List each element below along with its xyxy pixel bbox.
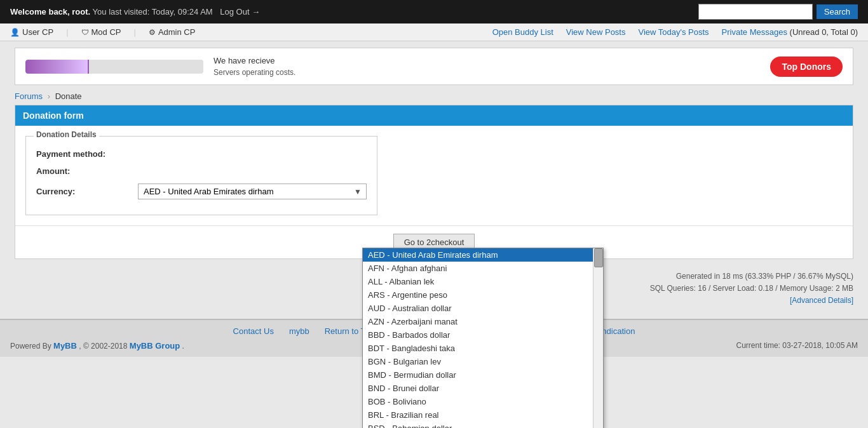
- username: Welcome back, root.: [10, 7, 90, 17]
- dropdown-item[interactable]: BMD - Bermudian dollar: [363, 368, 603, 374]
- dropdown-item[interactable]: AUD - Australian dollar: [363, 302, 603, 315]
- payment-method-row: Payment method:: [36, 149, 367, 159]
- dropdown-item[interactable]: BGN - Bulgarian lev: [363, 355, 603, 368]
- mod-icon: [81, 27, 89, 37]
- progress-fill: [25, 60, 88, 74]
- breadcrumb: Forums › Donate: [15, 91, 853, 101]
- nav-sep-1: |: [66, 27, 68, 37]
- search-area: Search: [698, 4, 858, 20]
- search-input[interactable]: [698, 4, 813, 20]
- dropdown-scroll-area[interactable]: AED - United Arab Emirates dirhamAFN - A…: [363, 248, 603, 374]
- nav-bar: User CP | Mod CP | Admin CP Open Buddy L…: [0, 23, 868, 41]
- nav-right: Open Buddy List View New Posts View Toda…: [492, 27, 858, 37]
- donation-received-text: We have recieve: [214, 56, 295, 65]
- currency-select-wrapper: AED - United Arab Emirates dirhamAFN - A…: [138, 184, 367, 199]
- donation-form-header: Donation form: [15, 105, 853, 126]
- dropdown-item[interactable]: AZN - Azerbaijani manat: [363, 315, 603, 328]
- progress-bar-container: [25, 60, 203, 74]
- dropdown-item[interactable]: ARS - Argentine peso: [363, 288, 603, 302]
- search-button[interactable]: Search: [817, 4, 858, 19]
- donation-details-title: Donation Details: [34, 130, 99, 139]
- mod-cp-link[interactable]: Mod CP: [81, 27, 121, 37]
- donation-details-box: Donation Details Payment method: Amount:…: [25, 136, 377, 215]
- progress-track: [25, 60, 203, 74]
- donation-form-body: Donation Details Payment method: Amount:…: [15, 126, 853, 225]
- powered-by-text: Powered By MyBB , © 2002-2018 MyBB Group…: [10, 341, 184, 351]
- top-donors-button[interactable]: Top Donors: [770, 57, 843, 77]
- scrollbar-thumb[interactable]: [594, 248, 603, 267]
- admin-icon: [149, 27, 156, 37]
- donation-form-section: Donation form Donation Details Payment m…: [15, 105, 853, 259]
- top-bar: Welcome back, root. You last visited: To…: [0, 0, 868, 23]
- forums-breadcrumb-link[interactable]: Forums: [15, 91, 43, 101]
- mybb-brand-link[interactable]: MyBB: [53, 341, 77, 351]
- donate-breadcrumb: Donate: [55, 91, 82, 101]
- mybb-group-link[interactable]: MyBB Group: [130, 341, 180, 351]
- currency-row: Currency: AED - United Arab Emirates dir…: [36, 184, 367, 199]
- dropdown-item[interactable]: BBD - Barbados dollar: [363, 328, 603, 342]
- user-icon: [10, 27, 20, 37]
- logout-link[interactable]: Log Out →: [220, 7, 260, 17]
- dropdown-item[interactable]: ALL - Albanian lek: [363, 275, 603, 288]
- private-messages-link[interactable]: Private Messages: [722, 27, 787, 37]
- dropdown-item[interactable]: BDT - Bangladeshi taka: [363, 342, 603, 355]
- view-new-posts-link[interactable]: View New Posts: [566, 27, 626, 37]
- main-wrapper: We have recieve Servers operating costs.…: [8, 48, 860, 312]
- dropdown-item[interactable]: AFN - Afghan afghani: [363, 262, 603, 275]
- mybb-link[interactable]: mybb: [289, 326, 309, 336]
- user-cp-label: User CP: [22, 27, 53, 37]
- admin-cp-label: Admin CP: [158, 27, 196, 37]
- breadcrumb-sep: ›: [48, 91, 50, 101]
- servers-text: Servers operating costs.: [214, 68, 295, 77]
- currency-label: Currency:: [36, 187, 138, 196]
- currency-dropdown-overlay: AED - United Arab Emirates dirhamAFN - A…: [362, 248, 604, 374]
- pm-status: (Unread 0, Total 0): [790, 27, 858, 37]
- currency-select[interactable]: AED - United Arab Emirates dirhamAFN - A…: [138, 184, 367, 199]
- amount-label: Amount:: [36, 166, 138, 176]
- current-time: Current time: 03-27-2018, 10:05 AM: [736, 341, 858, 350]
- admin-cp-link[interactable]: Admin CP: [149, 27, 196, 37]
- donation-area: We have recieve Servers operating costs.…: [15, 48, 853, 85]
- amount-row: Amount:: [36, 166, 367, 176]
- open-buddy-list-link[interactable]: Open Buddy List: [492, 27, 553, 37]
- last-visited: You last visited: Today, 09:24 AM: [93, 7, 213, 17]
- payment-method-label: Payment method:: [36, 149, 138, 159]
- progress-line: [88, 60, 89, 74]
- welcome-text: Welcome back, root. You last visited: To…: [10, 7, 260, 17]
- user-cp-link[interactable]: User CP: [10, 27, 53, 37]
- scrollbar-track: [593, 248, 603, 374]
- mod-cp-label: Mod CP: [92, 27, 121, 37]
- dropdown-item[interactable]: AED - United Arab Emirates dirham: [363, 248, 603, 262]
- nav-sep-2: |: [133, 27, 135, 37]
- view-todays-posts-link[interactable]: View Today's Posts: [638, 27, 709, 37]
- donation-info: We have recieve Servers operating costs.: [214, 56, 295, 77]
- advanced-details-link[interactable]: [Advanced Details]: [790, 296, 853, 305]
- private-messages-text: Private Messages (Unread 0, Total 0): [722, 27, 858, 37]
- contact-us-link[interactable]: Contact Us: [233, 326, 274, 336]
